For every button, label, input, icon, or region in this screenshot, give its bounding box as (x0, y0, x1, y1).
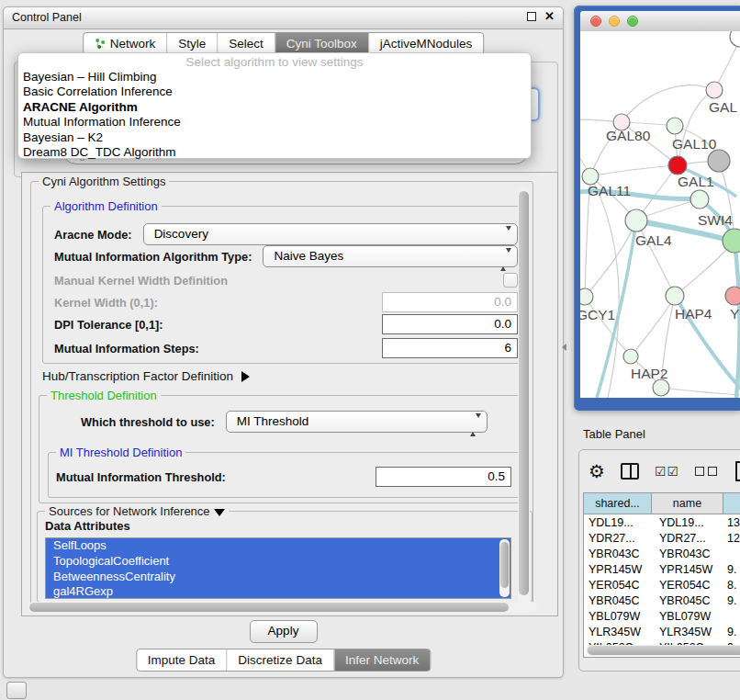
tab-select[interactable]: Select (217, 33, 275, 54)
network-node-hap2[interactable] (623, 349, 638, 364)
tab-label: Cyni Toolbox (286, 33, 357, 54)
stepper-arrows-icon (500, 228, 511, 247)
attribute-item-gal4rgexp[interactable]: gal4RGexp (46, 584, 510, 599)
document-icon[interactable] (735, 461, 740, 481)
tab-discretize-data[interactable]: Discretize Data (226, 649, 333, 671)
settings-vscrollbar[interactable] (518, 187, 530, 610)
mi-type-label: Mutual Information Algorithm Type: (54, 250, 252, 264)
tab-label: Style (178, 33, 206, 54)
network-window-titlebar[interactable] (580, 11, 740, 32)
kernel-width-row: Kernel Width (0,1): 0.0 (54, 291, 518, 313)
minimized-panel-icon[interactable] (6, 682, 27, 699)
column-header-2[interactable] (723, 493, 740, 514)
algorithm-option-basic-correlation-inference[interactable]: Basic Correlation Inference (18, 85, 531, 99)
minimize-traffic-light-icon[interactable] (609, 16, 620, 27)
cyni-settings-group: Cyni Algorithm Settings Algorithm Defini… (30, 181, 533, 607)
network-node-gal1[interactable] (668, 156, 687, 175)
tab-style[interactable]: Style (166, 33, 217, 54)
table-cell: YBR043C (652, 548, 723, 560)
table-row[interactable]: YPR145WYPR145W9. (584, 561, 740, 577)
tab-label: Infer Network (345, 649, 419, 671)
settings-scrollpane: Cyni Algorithm Settings Algorithm Defini… (21, 172, 558, 616)
tab-network[interactable]: Network (84, 33, 167, 54)
settings-hscrollbar[interactable] (28, 602, 537, 613)
network-node-gal[interactable] (706, 82, 723, 98)
algorithm-option-mutual-information-inference[interactable]: Mutual Information Inference (18, 115, 531, 130)
data-attributes-list[interactable]: SelfLoopsTopologicalCoefficientBetweenne… (45, 537, 511, 599)
mi-steps-field[interactable]: 6 (382, 338, 518, 358)
close-traffic-light-icon[interactable] (590, 16, 601, 27)
mi-threshold-legend: MI Threshold Definition (56, 446, 185, 459)
table-cell: YBL079W (652, 610, 723, 623)
control-panel-title: Control Panel (12, 11, 82, 24)
network-node[interactable] (708, 150, 730, 172)
node-label: GAL (709, 99, 737, 115)
manual-kernel-checkbox[interactable] (503, 273, 518, 288)
aracne-mode-combo[interactable]: Discovery (143, 223, 518, 245)
algorithm-option-dream8-dc-tdc-algorithm[interactable]: Dream8 DC_TDC Algorithm (18, 145, 531, 160)
table-cell: YPR145W (652, 563, 723, 576)
network-node-gcy1[interactable] (580, 288, 593, 305)
table-cell: YER054C (584, 579, 652, 592)
network-node-gal10[interactable] (667, 118, 683, 134)
float-window-icon[interactable] (527, 12, 536, 21)
table-cell: YDR27... (584, 532, 652, 545)
table-row[interactable]: YER054CYER054C8. (584, 577, 740, 593)
attributes-scrollbar[interactable] (499, 539, 510, 597)
network-node-swi4[interactable] (690, 190, 709, 209)
algorithm-definition-group: Algorithm Definition Aracne Mode: Discov… (42, 206, 528, 364)
table-row[interactable]: YDL19...YDL19...13 (584, 514, 740, 530)
tab-infer-network[interactable]: Infer Network (333, 649, 430, 671)
network-canvas[interactable]: GALGAL80GAL10GAL1GAL11SWI4GAL4GCY1HAP4YH… (580, 31, 740, 398)
which-threshold-row: Which threshold to use: MI Threshold (81, 411, 488, 433)
network-node-hap4[interactable] (666, 287, 684, 305)
mi-type-combo[interactable]: Naive Bayes (263, 245, 518, 267)
table-hscrollbar[interactable] (586, 645, 740, 656)
column-header-shared[interactable]: shared... (584, 493, 652, 514)
network-node-gal4[interactable] (625, 209, 647, 231)
zoom-traffic-light-icon[interactable] (627, 16, 638, 27)
mi-threshold-group: MI Threshold Definition Mutual Informati… (48, 452, 520, 498)
tab-impute-data[interactable]: Impute Data (137, 649, 227, 671)
tab-label: Impute Data (148, 649, 216, 671)
table-row[interactable]: YDR27...YDR27...12 (584, 530, 740, 546)
algorithm-option-bayesian-k2[interactable]: Bayesian – K2 (18, 130, 531, 145)
table-cell: 9. (723, 594, 740, 607)
control-panel-titlebar[interactable]: Control Panel ✕ (4, 7, 563, 29)
attribute-item-betweennesscentrality[interactable]: BetweennessCentrality (46, 570, 510, 585)
data-attributes-label: Data Attributes (45, 519, 130, 533)
attribute-item-selfloops[interactable]: SelfLoops (46, 538, 510, 554)
panel-divider-handle[interactable] (562, 344, 566, 351)
expander-arrow-icon (241, 371, 250, 382)
hub-expander[interactable]: Hub/Transcription Factor Definition (42, 369, 250, 383)
network-view-window: GALGAL80GAL10GAL1GAL11SWI4GAL4GCY1HAP4YH… (574, 6, 740, 411)
network-node[interactable] (723, 229, 740, 253)
gear-icon[interactable]: ⚙ (589, 462, 605, 480)
apply-button[interactable]: Apply (250, 620, 318, 643)
deselect-checkboxes-icon[interactable] (695, 467, 717, 476)
mi-threshold-field[interactable]: 0.5 (376, 467, 511, 487)
network-node[interactable] (653, 379, 669, 396)
tab-cyni-toolbox[interactable]: Cyni Toolbox (275, 33, 368, 54)
table-row[interactable]: YBR043CYBR043C (584, 546, 740, 561)
table-row[interactable]: YBL079WYBL079W (584, 608, 740, 624)
network-node-y[interactable] (725, 287, 740, 305)
attribute-item-topologicalcoefficient[interactable]: TopologicalCoefficient (46, 554, 510, 570)
kernel-width-field[interactable]: 0.0 (382, 292, 518, 312)
threshold-definition-legend: Threshold Definition (47, 389, 161, 402)
column-header-name[interactable]: name (652, 493, 723, 514)
tab-jactivemnodules[interactable]: jActiveMNodules (368, 33, 484, 54)
network-node[interactable] (730, 31, 740, 47)
table-row[interactable]: YLR345WYLR345W9. (584, 624, 740, 639)
table-row[interactable]: YBR045CYBR045C9. (584, 593, 740, 608)
mi-steps-row: Mutual Information Steps: 6 (54, 337, 518, 359)
algorithm-option-bayesian-hill-climbing[interactable]: Bayesian – Hill Climbing (18, 70, 531, 85)
aracne-mode-row: Aracne Mode: Discovery (54, 223, 518, 245)
dpi-tolerance-field[interactable]: 0.0 (382, 314, 518, 334)
algorithm-option-aracne-algorithm[interactable]: ARACNE Algorithm (18, 100, 531, 115)
close-icon[interactable]: ✕ (544, 11, 555, 22)
sources-legend[interactable]: Sources for Network Inference (45, 504, 229, 518)
columns-icon[interactable] (621, 463, 639, 480)
which-threshold-combo[interactable]: MI Threshold (226, 411, 488, 433)
select-all-checkboxes-icon[interactable]: ☑☑ (655, 464, 679, 479)
